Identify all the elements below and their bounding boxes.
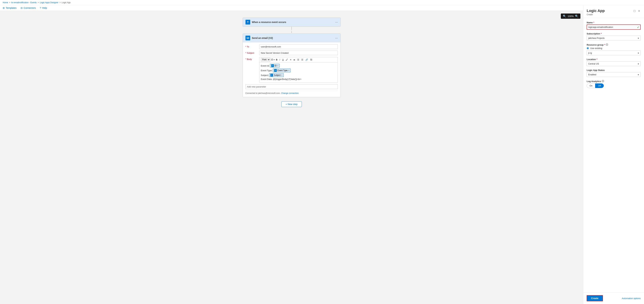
help-label: Help xyxy=(42,6,47,9)
action-step-menu[interactable]: ··· xyxy=(335,36,338,40)
event-type-chip-icon: ⟳ xyxy=(274,69,277,72)
right-panel-title: Logic App xyxy=(587,8,605,13)
connector-arrow: ↓ xyxy=(291,27,292,33)
resource-group-select[interactable]: ji-rg xyxy=(587,50,640,55)
zoom-in-button[interactable]: 🔍 xyxy=(575,14,578,18)
action-step-icon xyxy=(246,36,250,40)
status-label: Logic App Status xyxy=(587,69,640,71)
link-button[interactable]: 🔗 xyxy=(305,58,309,61)
templates-label: Templates xyxy=(6,6,16,9)
breadcrumb-current: Logic App xyxy=(62,1,71,4)
subject-field: Subject xyxy=(246,51,338,55)
action-step-title: Send an email (V2) xyxy=(252,37,334,39)
id-chip-icon: ⟳ xyxy=(271,64,274,67)
new-step-button[interactable]: + New step xyxy=(281,101,302,107)
subject-chip-close[interactable]: × xyxy=(281,74,282,76)
event-type-chip-label: Event Type xyxy=(278,69,288,72)
flow-container: When a resource event occurs ··· ↓ S xyxy=(242,17,341,107)
unlink-button[interactable]: ⛓ xyxy=(310,58,313,61)
name-input[interactable] xyxy=(587,24,640,30)
right-panel-title-group: Logic App Create xyxy=(587,8,605,16)
font-select[interactable]: Font xyxy=(261,58,270,61)
subscription-label: Subscription * xyxy=(587,32,640,35)
connected-to-text: Connected to jalichwa@microsoft.com. xyxy=(246,92,281,94)
right-panel-footer: Create Automation options xyxy=(583,292,644,304)
zoom-out-button[interactable]: 🔍 xyxy=(563,14,566,18)
templates-button[interactable]: ⊞ Templates xyxy=(3,6,16,9)
trigger-step-menu[interactable]: ··· xyxy=(335,20,338,24)
use-existing-radio[interactable] xyxy=(587,47,589,49)
subscription-required: * xyxy=(601,32,602,35)
trigger-step-icon xyxy=(246,20,250,24)
action-step-header[interactable]: Send an email (V2) ··· xyxy=(243,34,340,42)
id-chip-label: ID xyxy=(274,64,276,67)
body-line-3: Subject: ⟳ Subject × xyxy=(261,73,336,77)
id-chip-close[interactable]: × xyxy=(277,64,278,67)
resource-group-info-icon[interactable]: ⓘ xyxy=(606,43,608,46)
font-size-arrow: ▾ xyxy=(274,59,274,61)
designer-area: ⊞ Templates ⊟ Connectors ? Help 🔍 100% 🔍 xyxy=(0,5,583,304)
change-connection-link[interactable]: Change connection. xyxy=(281,92,299,94)
breadcrumb-home[interactable]: Home xyxy=(3,1,8,4)
subscription-select[interactable]: jalichwa Projects xyxy=(587,36,640,40)
toolbar: ⊞ Templates ⊟ Connectors ? Help xyxy=(0,5,583,11)
font-size-label: 12 xyxy=(271,58,273,61)
align-right-button[interactable]: ☰ xyxy=(300,58,304,61)
action-step-body: To Subject Body xyxy=(243,42,340,97)
automation-options-link[interactable]: Automation options xyxy=(622,297,640,300)
connectors-label: Connectors xyxy=(24,6,36,9)
event-type-chip-close[interactable]: × xyxy=(288,69,290,72)
subject-label: Subject xyxy=(246,51,257,54)
close-button[interactable]: × xyxy=(638,8,640,13)
add-param-select[interactable]: Add new parameter xyxy=(246,84,338,89)
action-step-card: Send an email (V2) ··· To Subject xyxy=(242,33,341,97)
location-select-wrapper: Central US xyxy=(587,61,640,66)
minimize-button[interactable]: □ xyxy=(633,8,636,13)
subject-chip-label: Subject xyxy=(274,74,280,76)
bullet-list-button[interactable]: ≡ xyxy=(289,58,292,61)
breadcrumb-events[interactable]: kv-emailnotification - Events xyxy=(11,1,36,4)
bold-button[interactable]: B xyxy=(275,58,278,61)
body-line-1: Event Id: ⟳ ID × xyxy=(261,64,336,68)
help-button[interactable]: ? Help xyxy=(40,6,47,9)
location-select[interactable]: Central US xyxy=(587,61,640,66)
help-icon: ? xyxy=(40,6,41,9)
body-line-4: Event Data: @{triggerBody()?['data']}<br… xyxy=(261,78,336,80)
canvas: 🔍 100% 🔍 When a resource event occurs ··… xyxy=(0,11,583,304)
connection-info: Connected to jalichwa@microsoft.com. Cha… xyxy=(246,90,338,95)
connectors-button[interactable]: ⊟ Connectors xyxy=(21,6,36,9)
subject-chip-icon: ⟳ xyxy=(270,74,273,76)
log-analytics-form-group: Log Analytics ⓘ On Off xyxy=(587,80,640,88)
numbered-list-button[interactable]: ≣ xyxy=(293,58,296,61)
color-button[interactable]: 🖊 xyxy=(285,58,288,61)
trigger-step-card: When a resource event occurs ··· xyxy=(242,17,341,27)
align-left-button[interactable]: ☰ xyxy=(296,58,300,61)
location-label: Location * xyxy=(587,58,640,61)
toggle-on-button[interactable]: On xyxy=(587,83,595,88)
use-existing-radio-group: Use existing xyxy=(587,47,640,49)
subscription-form-group: Subscription * jalichwa Projects xyxy=(587,32,640,40)
log-analytics-info-icon[interactable]: ⓘ xyxy=(602,80,604,83)
to-field: To xyxy=(246,44,338,49)
subject-input[interactable] xyxy=(259,51,338,55)
to-input[interactable] xyxy=(259,44,338,49)
toggle-off-button[interactable]: Off xyxy=(595,83,604,88)
underline-button[interactable]: U xyxy=(282,58,284,61)
editor-content[interactable]: Event Id: ⟳ ID × Event Type: xyxy=(259,62,338,83)
italic-button[interactable]: I xyxy=(279,58,281,61)
location-required: * xyxy=(596,58,597,61)
trigger-step-header[interactable]: When a resource event occurs ··· xyxy=(243,18,340,26)
id-chip: ⟳ ID × xyxy=(270,64,280,67)
breadcrumb-designer[interactable]: Logic Apps Designer xyxy=(40,1,58,4)
resource-group-select-wrapper: ji-rg xyxy=(587,50,640,55)
create-button[interactable]: Create xyxy=(587,295,603,301)
to-label: To xyxy=(246,44,257,48)
body-label: Body xyxy=(246,57,257,60)
name-valid-icon: ✓ xyxy=(637,25,639,29)
right-panel-body: Name * ✓ Subscription * jalichwa Project… xyxy=(583,18,644,292)
status-select[interactable]: Enabled xyxy=(587,72,640,77)
subject-chip: ⟳ Subject × xyxy=(269,73,284,77)
status-form-group: Logic App Status Enabled xyxy=(587,69,640,77)
status-select-wrapper: Enabled xyxy=(587,72,640,77)
name-required: * xyxy=(593,21,594,24)
